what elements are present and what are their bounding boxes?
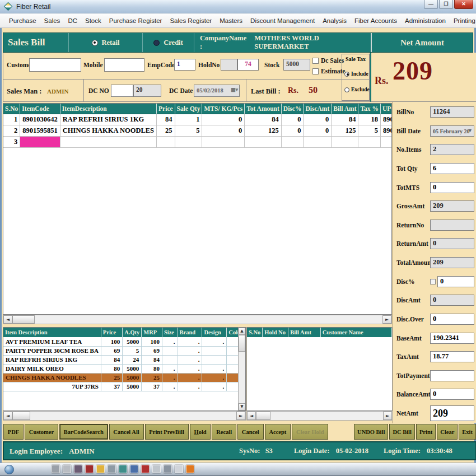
retail-mode-option[interactable]: Retail bbox=[68, 33, 142, 52]
cell[interactable]: 69 bbox=[101, 346, 122, 355]
scroll-left-icon[interactable]: ◄ bbox=[247, 412, 256, 420]
button-accept[interactable]: Accept bbox=[265, 424, 291, 440]
scrollbar-thumb[interactable] bbox=[12, 315, 35, 324]
field-input-totmts[interactable]: 0 bbox=[430, 182, 474, 193]
include-radio[interactable] bbox=[344, 72, 349, 77]
cell[interactable]: 5000 bbox=[123, 373, 142, 382]
cell[interactable]: . bbox=[178, 355, 202, 364]
cell[interactable]: 5000 bbox=[123, 382, 142, 391]
menu-item-purchase-register[interactable]: Purchase Register bbox=[105, 15, 166, 26]
cell[interactable]: RAP REFRH SIRIUS 1KG bbox=[60, 114, 156, 125]
estimate-option[interactable]: Estimate bbox=[312, 68, 345, 74]
cell[interactable] bbox=[245, 136, 282, 147]
minimize-button[interactable]: — bbox=[424, 0, 438, 9]
field-input-totalamount[interactable]: 209 bbox=[430, 257, 474, 268]
cell[interactable]: 0 bbox=[281, 125, 304, 136]
cell[interactable]: 84 bbox=[157, 114, 175, 125]
taskbar-icon[interactable] bbox=[152, 465, 161, 473]
scrollbar-thumb[interactable] bbox=[256, 412, 270, 420]
cell[interactable] bbox=[175, 136, 202, 147]
cell[interactable] bbox=[380, 136, 392, 147]
cell[interactable] bbox=[358, 136, 381, 147]
cell[interactable]: 84 bbox=[245, 114, 282, 125]
cell[interactable]: . bbox=[178, 337, 202, 346]
stock-lookup-vscrollbar[interactable]: ▲ ▼ bbox=[238, 328, 245, 410]
scroll-up-icon[interactable]: ▲ bbox=[239, 328, 245, 335]
cell[interactable]: 0 bbox=[304, 125, 332, 136]
scroll-right-icon[interactable]: ► bbox=[383, 412, 392, 420]
scroll-left-icon[interactable]: ◄ bbox=[3, 315, 12, 324]
button-undo-bill[interactable]: UNDO Bill bbox=[354, 424, 388, 440]
cell[interactable]: 84 bbox=[142, 355, 162, 364]
menu-item-discount-management[interactable]: Discount Management bbox=[246, 15, 319, 26]
cell[interactable]: 37 bbox=[142, 382, 162, 391]
cell[interactable]: . bbox=[202, 364, 227, 373]
holdno-value[interactable]: 74 bbox=[237, 59, 259, 71]
button-pdf[interactable]: PDF bbox=[3, 424, 24, 440]
cell[interactable]: 25 bbox=[101, 373, 122, 382]
scroll-down-icon[interactable]: ▼ bbox=[239, 403, 245, 410]
field-input-disc-over[interactable]: 0 bbox=[430, 314, 474, 325]
taskbar-icon[interactable] bbox=[141, 465, 150, 473]
cell[interactable]: 0 bbox=[202, 125, 245, 136]
cell[interactable]: 8901030642623 bbox=[380, 114, 392, 125]
menu-item-stock[interactable]: Stock bbox=[81, 15, 105, 26]
cell[interactable]: 1 bbox=[175, 114, 202, 125]
credit-radio[interactable] bbox=[153, 40, 160, 46]
dc-sales-option[interactable]: Dc Sales bbox=[312, 57, 344, 64]
cell[interactable]: . bbox=[162, 373, 178, 382]
mobile-input[interactable] bbox=[104, 58, 144, 72]
cell[interactable]: 0 bbox=[304, 114, 332, 125]
cell[interactable]: 0 bbox=[202, 114, 245, 125]
field-input-bill-date[interactable]: 05 February 20▼ bbox=[430, 125, 474, 137]
cell[interactable] bbox=[332, 136, 358, 147]
cell[interactable]: 69 bbox=[142, 346, 162, 355]
cell[interactable]: RAP REFRH SIRIUS 1KG bbox=[3, 355, 101, 364]
taskbar-icon[interactable] bbox=[85, 465, 94, 473]
cell[interactable]: . bbox=[178, 373, 202, 382]
cell[interactable] bbox=[202, 346, 227, 355]
dcno-input[interactable] bbox=[111, 85, 133, 97]
cell[interactable]: 18 bbox=[358, 114, 381, 125]
bill-grid-hscrollbar[interactable]: ◄ ► bbox=[3, 315, 392, 324]
cell[interactable]: . bbox=[178, 364, 202, 373]
menu-item-analysis[interactable]: Analysis bbox=[319, 15, 351, 26]
field-input-disc[interactable]: 0 bbox=[437, 276, 474, 287]
button-hold[interactable]: Hold bbox=[190, 424, 211, 440]
cell[interactable]: AVT PREMIUM LEAF TEA bbox=[3, 337, 101, 346]
button-clear[interactable]: Clear bbox=[437, 424, 458, 440]
cell[interactable]: . bbox=[202, 373, 227, 382]
scroll-left-icon[interactable]: ◄ bbox=[3, 412, 12, 420]
cell[interactable]: 3 bbox=[3, 136, 20, 147]
field-input-returnno[interactable] bbox=[430, 220, 474, 231]
retail-radio[interactable] bbox=[92, 40, 98, 46]
field-input-tot-qty[interactable]: 6 bbox=[430, 163, 474, 174]
field-input-baseamt[interactable]: 190.2341 bbox=[430, 333, 474, 344]
field-input-taxamt[interactable]: 18.77 bbox=[430, 351, 474, 362]
cell[interactable]: PARTY POPPER 30CM ROSE BA bbox=[3, 346, 101, 355]
menu-item-printing[interactable]: Printing bbox=[450, 15, 476, 26]
taskbar-icon[interactable] bbox=[74, 465, 82, 473]
dcno-value[interactable]: 20 bbox=[133, 85, 161, 97]
cell[interactable]: 25 bbox=[142, 373, 162, 382]
cell[interactable]: . bbox=[162, 337, 178, 346]
cell[interactable]: 24 bbox=[123, 355, 142, 364]
taskbar-icon[interactable] bbox=[63, 465, 71, 473]
cell[interactable]: . bbox=[162, 382, 178, 391]
cell[interactable] bbox=[162, 346, 178, 355]
cell[interactable]: 5000 bbox=[123, 364, 142, 373]
field-input-balanceamt[interactable]: 0 bbox=[430, 389, 474, 400]
cell[interactable]: 100 bbox=[101, 337, 122, 346]
field-input-billno[interactable]: 11264 bbox=[430, 106, 474, 118]
field-input-discamt[interactable]: 0 bbox=[430, 295, 474, 306]
cell[interactable] bbox=[20, 136, 60, 147]
cell[interactable]: 5 bbox=[123, 346, 142, 355]
cell[interactable]: 1 bbox=[3, 114, 20, 125]
hold-bills-hscrollbar[interactable]: ◄ ► bbox=[246, 411, 393, 421]
cell[interactable]: 5 bbox=[358, 125, 381, 136]
stock-input[interactable]: 5000 bbox=[283, 59, 310, 71]
cell[interactable]: 125 bbox=[332, 125, 358, 136]
cell[interactable]: . bbox=[178, 382, 202, 391]
taskbar-icon[interactable] bbox=[175, 465, 183, 473]
cell[interactable] bbox=[202, 355, 227, 364]
